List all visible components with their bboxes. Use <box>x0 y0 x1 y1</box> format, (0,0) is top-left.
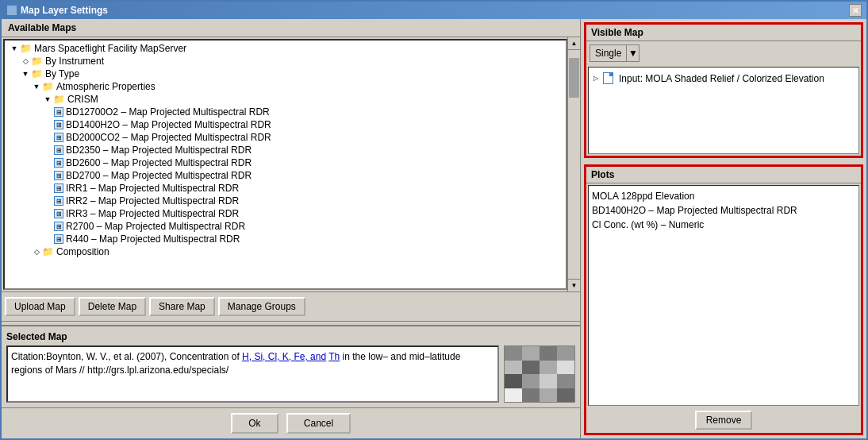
thumb-cell <box>522 361 540 375</box>
scroll-thumb[interactable] <box>569 58 579 98</box>
tree-item[interactable]: ⊞ BD2600 – Map Projected Multispectral R… <box>6 156 564 169</box>
selected-map-section: Selected Map Citation:Boynton, W. V., et… <box>2 326 580 407</box>
map-thumbnail <box>504 345 575 403</box>
close-button[interactable]: ✕ <box>849 4 862 17</box>
plot-item[interactable]: MOLA 128ppd Elevation <box>592 189 855 203</box>
file-icon: ⊞ <box>54 183 63 193</box>
expand-icon: ▼ <box>10 44 19 53</box>
tree-label: BD12700O2 – Map Projected Multispectral … <box>66 106 270 118</box>
dialog-footer: Ok Cancel <box>2 407 580 438</box>
folder-icon: 📁 <box>20 43 32 54</box>
thumb-cell <box>505 346 522 361</box>
tree-label: BD2000CO2 – Map Projected Multispectral … <box>66 132 271 143</box>
thumb-cell <box>522 346 540 361</box>
plot-label: BD1400H2O – Map Projected Multispectral … <box>592 205 797 216</box>
thumb-cell <box>540 361 557 375</box>
file-icon: ⊞ <box>54 196 63 206</box>
citation-box: Citation:Boynton, W. V., et al. (2007), … <box>6 345 499 403</box>
tree-label: By Instrument <box>45 56 104 67</box>
visible-map-content: ▷ Input: MOLA Shaded Relief / Colorized … <box>588 67 859 154</box>
button-row: Upload Map Delete Map Share Map Manage G… <box>2 292 580 321</box>
plots-section: Plots MOLA 128ppd Elevation BD1400H2O – … <box>584 164 863 435</box>
visible-map-section: Visible Map Single ▼ ▷ <box>584 22 863 158</box>
tree-item[interactable]: ⊞ IRR3 – Map Projected Multispectral RDR <box>6 207 564 220</box>
tree-item[interactable]: ⊞ R2700 – Map Projected Multispectral RD… <box>6 220 564 233</box>
plots-content: MOLA 128ppd Elevation BD1400H2O – Map Pr… <box>588 185 859 406</box>
scroll-up-button[interactable]: ▲ <box>568 37 580 50</box>
tree-item[interactable]: ⊞ BD12700O2 – Map Projected Multispectra… <box>6 106 564 118</box>
thumb-cell <box>540 346 557 361</box>
plots-header: Plots <box>586 167 861 183</box>
tree-item[interactable]: ▼ 📁 CRISM <box>6 93 564 106</box>
tree-item[interactable]: ⊞ R440 – Map Projected Multispectral RDR <box>6 233 564 245</box>
tree-label: CRISM <box>67 94 98 105</box>
delete-map-button[interactable]: Delete Map <box>79 297 146 316</box>
visible-map-label: Input: MOLA Shaded Relief / Colorized El… <box>619 73 824 84</box>
expand-icon: ▼ <box>43 95 52 104</box>
selected-map-header: Selected Map <box>6 331 575 342</box>
citation-author: Boynton, W. V., et al. (2007), Concentra… <box>46 351 242 362</box>
tree-label: By Type <box>45 68 79 79</box>
thumb-cell <box>557 388 574 403</box>
tree-label: BD2600 – Map Projected Multispectral RDR <box>66 157 252 168</box>
single-dropdown[interactable]: Single ▼ <box>590 44 639 62</box>
window-icon <box>6 5 17 16</box>
tree-item[interactable]: ⊞ BD2000CO2 – Map Projected Multispectra… <box>6 131 564 144</box>
tree-item[interactable]: ⊞ IRR1 – Map Projected Multispectral RDR <box>6 182 564 195</box>
tree-label: Mars Spaceflight Facility MapServer <box>34 43 186 54</box>
tree-item[interactable]: ⊞ BD1400H2O – Map Projected Multispectra… <box>6 118 564 131</box>
citation-th-element: Th <box>328 351 340 362</box>
scroll-down-button[interactable]: ▼ <box>568 279 580 291</box>
title-bar: Map Layer Settings ✕ <box>2 2 866 19</box>
folder-icon: 📁 <box>42 81 54 92</box>
file-icon: ⊞ <box>54 158 63 168</box>
expand-icon: ▼ <box>21 69 30 79</box>
tree-item[interactable]: ⊞ IRR2 – Map Projected Multispectral RDR <box>6 195 564 207</box>
dropdown-arrow[interactable]: ▼ <box>626 45 639 61</box>
document-icon <box>603 72 613 84</box>
tree-item[interactable]: ◇ 📁 By Instrument <box>6 55 564 68</box>
scrollbar[interactable]: ▲ ▼ <box>567 37 580 291</box>
folder-icon: 📁 <box>42 246 54 257</box>
tree-label: IRR2 – Map Projected Multispectral RDR <box>66 195 239 206</box>
thumb-cell <box>540 374 557 388</box>
tree-label: R2700 – Map Projected Multispectral RDR <box>66 221 245 232</box>
tree-item[interactable]: ◇ 📁 Composition <box>6 245 564 258</box>
tree-item[interactable]: ▼ 📁 Atmospheric Properties <box>6 80 564 93</box>
file-icon: ⊞ <box>54 171 63 180</box>
tree-item[interactable]: ▼ 📁 Mars Spaceflight Facility MapServer <box>6 42 564 55</box>
visible-map-header: Visible Map <box>586 25 861 41</box>
upload-map-button[interactable]: Upload Map <box>5 297 75 316</box>
tree-label: BD2350 – Map Projected Multispectral RDR <box>66 145 252 156</box>
tree-item[interactable]: ⊞ BD2350 – Map Projected Multispectral R… <box>6 144 564 156</box>
folder-icon: 📁 <box>31 56 43 67</box>
citation-prefix: Citation: <box>11 351 46 362</box>
cancel-button[interactable]: Cancel <box>286 413 351 434</box>
tree-item[interactable]: ▼ 📁 By Type <box>6 68 564 80</box>
plot-item[interactable]: BD1400H2O – Map Projected Multispectral … <box>592 203 855 218</box>
file-icon: ⊞ <box>54 145 63 155</box>
thumb-cell <box>505 361 522 375</box>
tree-label: BD1400H2O – Map Projected Multispectral … <box>66 119 271 130</box>
plot-item[interactable]: Cl Conc. (wt %) – Numeric <box>592 218 855 232</box>
citation-text: Citation:Boynton, W. V., et al. (2007), … <box>11 350 494 377</box>
manage-groups-button[interactable]: Manage Groups <box>218 297 305 316</box>
available-maps-header: Available Maps <box>2 19 580 37</box>
thumb-cell <box>557 346 574 361</box>
dropdown-arrow-icon: ▼ <box>628 48 638 59</box>
thumb-cell <box>540 388 557 403</box>
tree-label: IRR1 – Map Projected Multispectral RDR <box>66 183 239 194</box>
ok-button[interactable]: Ok <box>231 413 278 434</box>
plots-footer: Remove <box>586 407 861 433</box>
thumb-cell <box>557 374 574 388</box>
remove-button[interactable]: Remove <box>695 411 753 430</box>
tree-item[interactable]: ⊞ BD2700 – Map Projected Multispectral R… <box>6 169 564 182</box>
tree-container[interactable]: ▼ 📁 Mars Spaceflight Facility MapServer … <box>3 39 567 290</box>
share-map-button[interactable]: Share Map <box>149 297 215 316</box>
tree-label: IRR3 – Map Projected Multispectral RDR <box>66 208 239 219</box>
thumb-cell <box>505 388 522 403</box>
thumb-cell <box>557 361 574 375</box>
file-icon: ⊞ <box>54 234 63 244</box>
plot-label: MOLA 128ppd Elevation <box>592 191 694 202</box>
file-icon: ⊞ <box>54 120 63 129</box>
